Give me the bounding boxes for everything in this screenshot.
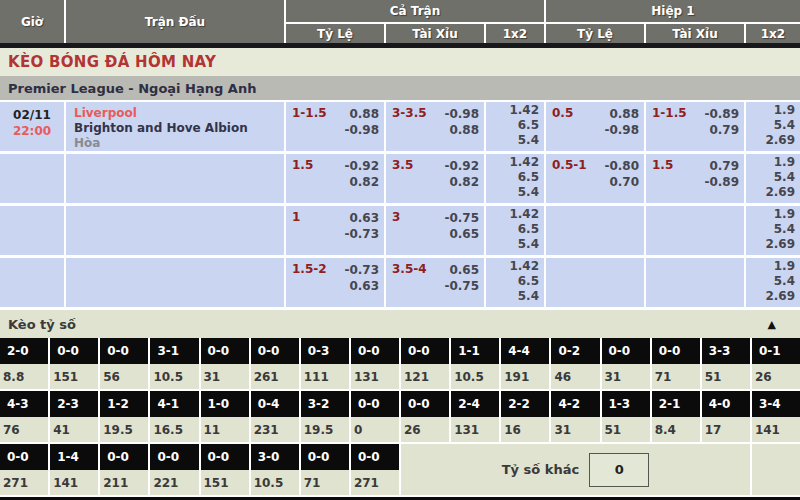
score-cell[interactable]: 0-0271	[0, 444, 48, 495]
score-box[interactable]: 0-0	[351, 444, 399, 470]
h1-handicap-cell[interactable]: 0.5 0.88-0.98	[546, 102, 644, 151]
score-odds[interactable]: 141	[752, 419, 800, 442]
odds-value[interactable]: -0.89	[646, 174, 739, 190]
odds-value[interactable]: -0.73	[286, 226, 379, 242]
score-box[interactable]: 0-0	[602, 338, 650, 364]
ft-1x2-cell[interactable]: 1.42 6.5 5.4	[486, 206, 544, 255]
score-cell[interactable]: 4-376	[0, 391, 48, 442]
score-odds[interactable]: 51	[602, 419, 650, 442]
score-odds[interactable]: 141	[50, 472, 98, 495]
odds-value[interactable]: 5.4	[486, 237, 539, 252]
score-cell[interactable]: 3-351	[702, 338, 750, 389]
score-cell[interactable]: 0-0221	[150, 444, 198, 495]
odds-value[interactable]: 6.5	[486, 274, 539, 289]
score-cell[interactable]: 0-00	[351, 391, 399, 442]
odds-value[interactable]: 2.69	[746, 133, 795, 148]
score-odds[interactable]: 151	[201, 472, 249, 495]
odds-value[interactable]: -0.75	[386, 278, 479, 294]
score-box[interactable]: 0-0	[0, 444, 48, 470]
odds-value[interactable]: 2.69	[746, 185, 795, 200]
score-cell[interactable]: 1-110.5	[451, 338, 499, 389]
score-box[interactable]: 2-1	[652, 391, 700, 417]
odds-value[interactable]: 0.79	[646, 122, 739, 138]
score-box[interactable]: 1-3	[602, 391, 650, 417]
odds-value[interactable]: 1.42	[486, 155, 539, 170]
ft-1x2-cell[interactable]: 1.42 6.5 5.4	[486, 102, 544, 151]
score-odds[interactable]: 10.5	[150, 366, 198, 389]
score-cell[interactable]: 2-216	[501, 391, 549, 442]
score-odds[interactable]: 221	[150, 472, 198, 495]
score-odds[interactable]: 131	[351, 366, 399, 389]
score-odds[interactable]: 0	[351, 419, 399, 442]
score-odds[interactable]: 211	[100, 472, 148, 495]
odds-value[interactable]: 0.88	[386, 122, 479, 138]
score-cell[interactable]: 0-0261	[251, 338, 299, 389]
odds-value[interactable]: 5.4	[746, 170, 795, 185]
score-cell[interactable]: 4-231	[551, 391, 599, 442]
score-box[interactable]: 0-0	[201, 444, 249, 470]
score-odds[interactable]: 10.5	[251, 472, 299, 495]
score-odds[interactable]: 19.5	[100, 419, 148, 442]
score-cell[interactable]: 2-341	[50, 391, 98, 442]
score-cell[interactable]: 0-0271	[351, 444, 399, 495]
score-cell[interactable]: 3-219.5	[301, 391, 349, 442]
odds-value[interactable]: 0.65	[386, 226, 479, 242]
score-odds[interactable]: 51	[702, 366, 750, 389]
h1-1x2-cell[interactable]: 1.9 5.4 2.69	[746, 154, 800, 203]
score-odds[interactable]: 16	[501, 419, 549, 442]
odds-value[interactable]: 0.82	[386, 174, 479, 190]
odds-value[interactable]: 1.9	[746, 103, 795, 118]
score-cell[interactable]: 0-0121	[401, 338, 449, 389]
score-odds[interactable]: 17	[702, 419, 750, 442]
odds-value[interactable]: 1.42	[486, 207, 539, 222]
score-cell[interactable]: 0-0151	[50, 338, 98, 389]
score-odds[interactable]: 131	[451, 419, 499, 442]
score-cell[interactable]: 4-116.5	[150, 391, 198, 442]
ft-handicap-cell[interactable]: 1.5 -0.920.82	[286, 154, 384, 203]
score-cell[interactable]: 0-3111	[301, 338, 349, 389]
score-cell[interactable]: 0-026	[401, 391, 449, 442]
score-box[interactable]: 1-2	[100, 391, 148, 417]
score-box[interactable]: 2-0	[0, 338, 48, 364]
score-odds[interactable]: 71	[652, 366, 700, 389]
ft-handicap-cell[interactable]: 1.5-2 -0.730.63	[286, 258, 384, 307]
collapse-arrow-icon[interactable]: ▲	[768, 318, 776, 331]
ft-handicap-cell[interactable]: 1 0.63-0.73	[286, 206, 384, 255]
score-box[interactable]: 3-1	[150, 338, 198, 364]
score-odds[interactable]: 26	[752, 366, 800, 389]
score-cell[interactable]: 2-4131	[451, 391, 499, 442]
score-box[interactable]: 0-0	[201, 338, 249, 364]
odds-value[interactable]: 0.63	[286, 278, 379, 294]
score-odds[interactable]: 10.5	[451, 366, 499, 389]
h1-overunder-cell[interactable]: 1.5 0.79-0.89	[646, 154, 744, 203]
odds-value[interactable]: 1.9	[746, 155, 795, 170]
score-odds[interactable]: 271	[351, 472, 399, 495]
ft-overunder-cell[interactable]: 3.5 -0.920.82	[386, 154, 484, 203]
score-box[interactable]: 0-0	[301, 444, 349, 470]
odds-value[interactable]: 5.4	[746, 274, 795, 289]
score-odds[interactable]: 8.4	[652, 419, 700, 442]
score-box[interactable]: 1-0	[201, 391, 249, 417]
score-box[interactable]: 0-0	[150, 444, 198, 470]
score-odds[interactable]: 151	[50, 366, 98, 389]
odds-value[interactable]: 6.5	[486, 222, 539, 237]
h1-1x2-cell[interactable]: 1.9 5.4 2.69	[746, 258, 800, 307]
odds-value[interactable]: 5.4	[746, 222, 795, 237]
score-box[interactable]: 2-2	[501, 391, 549, 417]
score-box[interactable]: 0-0	[100, 444, 148, 470]
score-cell[interactable]: 4-017	[702, 391, 750, 442]
score-cell[interactable]: 1-011	[201, 391, 249, 442]
score-odds[interactable]: 231	[251, 419, 299, 442]
odds-value[interactable]: 2.69	[746, 237, 795, 252]
odds-value[interactable]: 1.42	[486, 259, 539, 274]
score-box[interactable]: 0-0	[351, 338, 399, 364]
score-cell[interactable]: 0-031	[602, 338, 650, 389]
score-odds[interactable]: 271	[0, 472, 48, 495]
score-odds[interactable]: 11	[201, 419, 249, 442]
score-odds[interactable]: 41	[50, 419, 98, 442]
odds-value[interactable]: 1.9	[746, 207, 795, 222]
score-cell[interactable]: 1-219.5	[100, 391, 148, 442]
ft-handicap-cell[interactable]: 1-1.5 0.88-0.98	[286, 102, 384, 151]
score-cell[interactable]: 0-4231	[251, 391, 299, 442]
match-cell[interactable]: Liverpool Brighton and Hove Albion Hòa	[66, 102, 284, 151]
